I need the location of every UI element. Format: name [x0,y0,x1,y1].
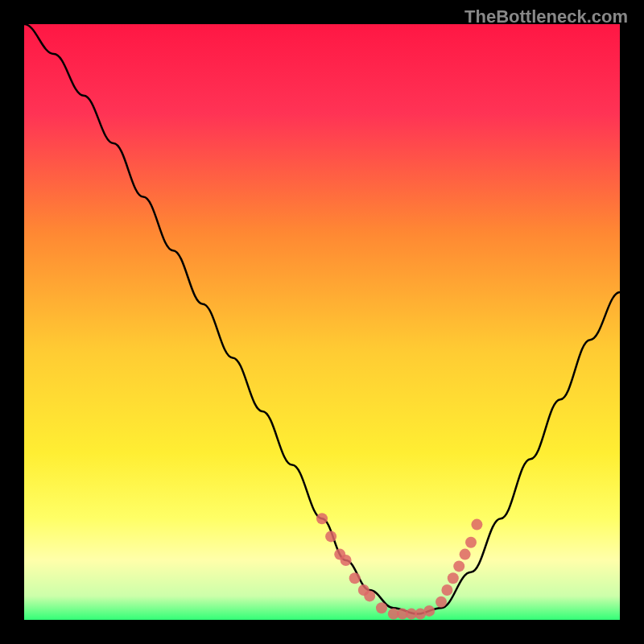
data-point [441,584,452,596]
data-point [349,572,361,584]
data-point [465,537,477,548]
data-point [436,597,447,608]
data-point [376,602,387,613]
data-point [325,530,336,542]
data-point [471,519,482,530]
data-point [423,605,435,617]
chart-container [24,24,620,620]
data-point [316,513,328,524]
chart-svg [24,24,620,620]
watermark-text: TheBottleneck.com [464,6,628,27]
data-point [448,572,459,584]
data-point [453,560,464,572]
data-point [460,549,471,560]
scatter-points [316,513,482,619]
data-point [341,555,352,566]
data-point [364,590,375,601]
bottleneck-curve-line [24,24,620,614]
